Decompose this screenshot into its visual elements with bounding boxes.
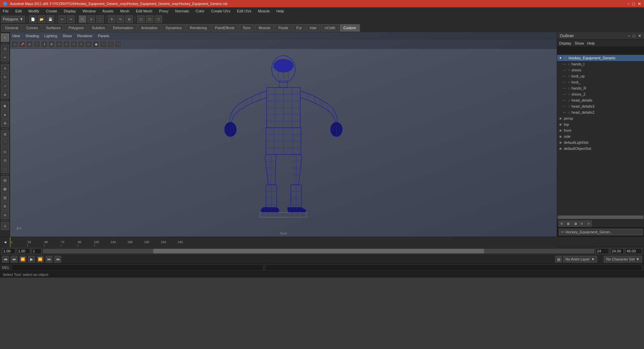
lasso-tool[interactable]: ⊙ bbox=[1, 45, 9, 53]
vp-menu-view[interactable]: View bbox=[12, 34, 20, 38]
tab-hair[interactable]: Hair bbox=[306, 24, 320, 32]
tab-curves[interactable]: Curves bbox=[22, 24, 42, 32]
menu-color[interactable]: Color bbox=[194, 8, 206, 14]
fwd-btn[interactable]: ⏩ bbox=[37, 256, 44, 263]
menu-display[interactable]: Display bbox=[62, 8, 77, 14]
snap-curve[interactable]: ⌒ bbox=[1, 139, 9, 147]
tab-polygons[interactable]: Polygons bbox=[65, 24, 87, 32]
tab-general[interactable]: General bbox=[1, 24, 22, 32]
vp-light[interactable]: ⬡ bbox=[78, 41, 85, 48]
range-end-input[interactable] bbox=[610, 248, 624, 254]
char-set-btn-5[interactable]: ⊘ bbox=[586, 221, 592, 227]
timeline-left-btn[interactable]: ◀ bbox=[0, 237, 10, 247]
render-settings-btn[interactable]: ⬡ bbox=[155, 15, 162, 23]
tab-deformation[interactable]: Deformation bbox=[109, 24, 137, 32]
outliner-item-persp[interactable]: ◉ persp bbox=[557, 115, 644, 121]
outliner-item-shoes-2[interactable]: — ○ shoes_2 bbox=[557, 91, 644, 97]
outliner-item-bodi[interactable]: — ○ bodi_ bbox=[557, 79, 644, 85]
outliner-item-bodi-up[interactable]: — ○ bodi_up bbox=[557, 73, 644, 79]
tab-subdivs[interactable]: Subdivs bbox=[88, 24, 109, 32]
viewport[interactable]: View Shading Lighting Show Renderer Pane… bbox=[10, 32, 557, 237]
menu-assets[interactable]: Assets bbox=[101, 8, 115, 14]
menu-modify[interactable]: Modify bbox=[27, 8, 41, 14]
menu-window[interactable]: Window bbox=[81, 8, 97, 14]
maximize-button[interactable]: □ bbox=[632, 1, 635, 6]
redo-btn[interactable]: ↪ bbox=[67, 15, 74, 23]
outliner-item-default-object-set[interactable]: ◉ defaultObjectSet bbox=[557, 146, 644, 152]
outliner-search-input[interactable] bbox=[557, 47, 644, 54]
tab-toon[interactable]: Toon bbox=[239, 24, 254, 32]
vp-textured[interactable]: ⬡ bbox=[70, 41, 77, 48]
vp-frames[interactable]: ⬚ bbox=[34, 41, 40, 48]
namespace-editor[interactable]: ⊘ bbox=[1, 211, 9, 219]
current-frame-input[interactable] bbox=[32, 248, 42, 254]
move-tool[interactable]: ✛ bbox=[1, 64, 9, 72]
vp-menu-renderer[interactable]: Renderer bbox=[77, 34, 93, 38]
menu-normals[interactable]: Normals bbox=[174, 8, 190, 14]
menu-proxy[interactable]: Proxy bbox=[158, 8, 170, 14]
outliner-item-top[interactable]: ◉ top bbox=[557, 121, 644, 127]
vp-color[interactable]: ⬛ bbox=[100, 41, 107, 48]
menu-file[interactable]: File bbox=[1, 8, 10, 14]
tool-settings[interactable]: ⚙ bbox=[1, 202, 9, 210]
vp-menu-lighting[interactable]: Lighting bbox=[44, 34, 57, 38]
tab-fur[interactable]: Fur bbox=[292, 24, 306, 32]
range-start-val[interactable] bbox=[17, 248, 30, 254]
paint-tool[interactable]: ✏ bbox=[1, 53, 9, 61]
vp-menu-show[interactable]: Show bbox=[63, 34, 72, 38]
outliner-item-shoes[interactable]: — ○ shoes bbox=[557, 67, 644, 73]
vp-aa[interactable]: ◼ bbox=[93, 41, 99, 48]
move-tool-btn[interactable]: ✛ bbox=[108, 15, 115, 23]
attr-editor[interactable]: ▥ bbox=[1, 193, 9, 201]
outliner-maximize-btn[interactable]: □ bbox=[633, 34, 635, 38]
char-set-btn-2[interactable]: ◧ bbox=[566, 221, 572, 227]
menu-edit[interactable]: Edit bbox=[14, 8, 23, 14]
mode-dropdown-icon[interactable]: ▼ bbox=[19, 17, 23, 21]
range-start-input[interactable] bbox=[2, 248, 15, 254]
outliner-menu-help[interactable]: Help bbox=[587, 41, 595, 45]
outliner-item-hands-r[interactable]: — ○ hands_R bbox=[557, 85, 644, 91]
outliner-item-default-light-set[interactable]: ◉ defaultLightSet bbox=[557, 139, 644, 146]
tab-painteffects[interactable]: PaintEffects bbox=[211, 24, 238, 32]
vp-shadow[interactable]: ⬡ bbox=[85, 41, 92, 48]
vp-isolate[interactable]: ◎ bbox=[26, 41, 33, 48]
outliner-menu-show[interactable]: Show bbox=[575, 41, 584, 45]
outliner-item-side[interactable]: ◉ side bbox=[557, 133, 644, 139]
char-set-btn-3[interactable]: ◨ bbox=[572, 221, 578, 227]
menu-help[interactable]: Help bbox=[275, 8, 285, 14]
vp-res[interactable]: ⊞ bbox=[48, 41, 55, 48]
rotate-tool[interactable]: ↻ bbox=[1, 73, 9, 81]
go-end-btn[interactable]: ⏮ bbox=[54, 256, 61, 263]
snap-point[interactable]: ◎ bbox=[1, 148, 9, 156]
rotate-tool-btn[interactable]: ↻ bbox=[117, 15, 124, 23]
close-button[interactable]: ✕ bbox=[638, 1, 641, 6]
tab-muscle[interactable]: Muscle bbox=[255, 24, 274, 32]
next-key-btn[interactable]: ⏭ bbox=[46, 256, 52, 263]
mel-input[interactable] bbox=[12, 265, 263, 271]
back-btn[interactable]: ⏪ bbox=[19, 256, 26, 263]
menu-mesh[interactable]: Mesh bbox=[119, 8, 130, 14]
render-btn[interactable]: ⬡ bbox=[137, 15, 145, 23]
outliner-item-head-details3[interactable]: — ○ head_details3 bbox=[557, 103, 644, 109]
range-bar[interactable] bbox=[43, 249, 594, 253]
tab-dynamics[interactable]: Dynamics bbox=[162, 24, 185, 32]
outliner-item-head-details2[interactable]: — ○ head_details2 bbox=[557, 109, 644, 115]
vp-snap[interactable]: 📌 bbox=[19, 41, 25, 48]
menu-edit-mesh[interactable]: Edit Mesh bbox=[135, 8, 154, 14]
vp-menu-shading[interactable]: Shading bbox=[25, 34, 39, 38]
mode-selector[interactable]: Polygons ▼ bbox=[1, 16, 25, 22]
menu-muscle[interactable]: Muscle bbox=[257, 8, 271, 14]
go-start-btn[interactable]: ⏮ bbox=[2, 256, 9, 263]
open-scene-btn[interactable]: 📂 bbox=[38, 15, 45, 23]
tab-custom[interactable]: Custom bbox=[340, 24, 360, 32]
char-set-btn-1[interactable]: ⊞ bbox=[559, 221, 565, 227]
vp-menu-panels[interactable]: Panels bbox=[98, 34, 109, 38]
menu-create-uvs[interactable]: Create UVs bbox=[210, 8, 232, 14]
char-set-dropdown[interactable]: No Character Set ▼ bbox=[604, 256, 642, 263]
menu-edit-uvs[interactable]: Edit UVs bbox=[235, 8, 253, 14]
vp-info[interactable]: ℹ bbox=[41, 41, 48, 48]
prev-key-btn[interactable]: ⏭ bbox=[11, 256, 17, 263]
char-set-item[interactable]: ✏ Hockey_Equipment_Gener... bbox=[559, 229, 643, 235]
outliner-item-head-details[interactable]: — ○ head_details bbox=[557, 97, 644, 103]
paint-select-btn[interactable]: ⬚ bbox=[96, 15, 104, 23]
